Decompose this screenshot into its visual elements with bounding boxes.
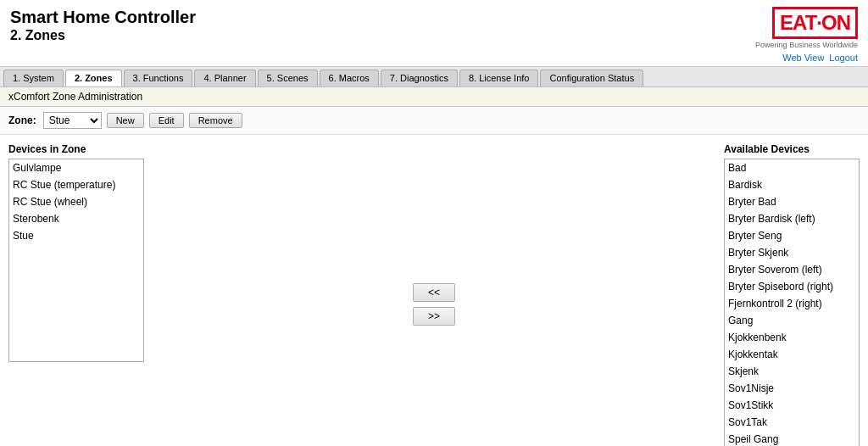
available-device-item[interactable]: Sov1Nisje bbox=[725, 380, 859, 397]
available-device-item[interactable]: Sov1Tak bbox=[725, 414, 859, 431]
page-header: Smart Home Controller 2. Zones EAT·ON Po… bbox=[0, 0, 868, 67]
available-devices-panel: Available Devices BadBardiskBryter BadBr… bbox=[724, 143, 860, 446]
header-title: Smart Home Controller 2. Zones bbox=[10, 7, 196, 43]
devices-in-zone-panel: Devices in Zone GulvlampeRC Stue (temper… bbox=[8, 143, 144, 446]
header-links: Web View Logout bbox=[782, 53, 858, 63]
available-device-item[interactable]: Bardisk bbox=[725, 176, 859, 193]
transfer-left-button[interactable]: << bbox=[413, 283, 455, 302]
available-device-item[interactable]: Bad bbox=[725, 159, 859, 176]
available-devices-heading: Available Devices bbox=[724, 143, 860, 155]
zone-controls: Zone: StueBadGangKjokken New Edit Remove bbox=[0, 107, 868, 135]
available-device-item[interactable]: Sov1Stikk bbox=[725, 397, 859, 414]
available-device-item[interactable]: Bryter Bad bbox=[725, 193, 859, 210]
sub-header: xComfort Zone Administration bbox=[0, 87, 868, 107]
available-device-item[interactable]: Kjokkenbenk bbox=[725, 329, 859, 346]
page-title: 2. Zones bbox=[10, 27, 196, 43]
main-content: Devices in Zone GulvlampeRC Stue (temper… bbox=[0, 135, 868, 446]
available-device-item[interactable]: Bryter Bardisk (left) bbox=[725, 210, 859, 227]
web-view-link[interactable]: Web View bbox=[782, 53, 824, 63]
tab-scenes[interactable]: 5. Scenes bbox=[258, 70, 318, 86]
zone-select[interactable]: StueBadGangKjokken bbox=[43, 112, 102, 129]
header-right: EAT·ON Powering Business Worldwide Web V… bbox=[755, 7, 858, 63]
sub-header-text: xComfort Zone Administration bbox=[8, 91, 142, 103]
new-zone-button[interactable]: New bbox=[107, 113, 144, 128]
device-in-zone-item[interactable]: Stue bbox=[9, 227, 143, 244]
device-in-zone-item[interactable]: RC Stue (wheel) bbox=[9, 193, 143, 210]
device-in-zone-item[interactable]: Sterobenk bbox=[9, 210, 143, 227]
tab-system[interactable]: 1. System bbox=[3, 70, 64, 86]
eaton-logo-mark: EAT·ON bbox=[772, 7, 858, 39]
edit-zone-button[interactable]: Edit bbox=[149, 113, 184, 128]
available-devices-list[interactable]: BadBardiskBryter BadBryter Bardisk (left… bbox=[724, 159, 860, 446]
devices-in-zone-heading: Devices in Zone bbox=[8, 143, 144, 155]
available-device-item[interactable]: Bryter Skjenk bbox=[725, 244, 859, 261]
tab-planner[interactable]: 4. Planner bbox=[194, 70, 255, 86]
eaton-tagline: Powering Business Worldwide bbox=[755, 41, 858, 49]
available-device-item[interactable]: Bryter Soverom (left) bbox=[725, 261, 859, 278]
tab-macros[interactable]: 6. Macros bbox=[320, 70, 379, 86]
transfer-area: << >> bbox=[161, 143, 707, 446]
transfer-right-button[interactable]: >> bbox=[413, 307, 455, 326]
available-device-item[interactable]: Skjenk bbox=[725, 363, 859, 380]
device-in-zone-item[interactable]: Gulvlampe bbox=[9, 159, 143, 176]
available-device-item[interactable]: Speil Gang bbox=[725, 431, 859, 446]
app-title: Smart Home Controller bbox=[10, 7, 196, 27]
device-in-zone-item[interactable]: RC Stue (temperature) bbox=[9, 176, 143, 193]
available-device-item[interactable]: Kjokkentak bbox=[725, 346, 859, 363]
tab-functions[interactable]: 3. Functions bbox=[124, 70, 193, 86]
logout-link[interactable]: Logout bbox=[829, 53, 858, 63]
tab-config[interactable]: Configuration Status bbox=[540, 70, 643, 86]
devices-in-zone-list[interactable]: GulvlampeRC Stue (temperature)RC Stue (w… bbox=[8, 159, 144, 362]
available-device-item[interactable]: Bryter Seng bbox=[725, 227, 859, 244]
tab-license[interactable]: 8. License Info bbox=[459, 70, 539, 86]
remove-zone-button[interactable]: Remove bbox=[189, 113, 242, 128]
tab-diagnostics[interactable]: 7. Diagnostics bbox=[381, 70, 458, 86]
available-device-item[interactable]: Fjernkontroll 2 (right) bbox=[725, 295, 859, 312]
available-device-item[interactable]: Bryter Spisebord (right) bbox=[725, 278, 859, 295]
tab-zones[interactable]: 2. Zones bbox=[65, 70, 122, 86]
eaton-logo: EAT·ON Powering Business Worldwide bbox=[755, 7, 858, 49]
nav-tabs: 1. System2. Zones3. Functions4. Planner5… bbox=[0, 67, 868, 87]
zone-label: Zone: bbox=[8, 114, 36, 126]
available-device-item[interactable]: Gang bbox=[725, 312, 859, 329]
